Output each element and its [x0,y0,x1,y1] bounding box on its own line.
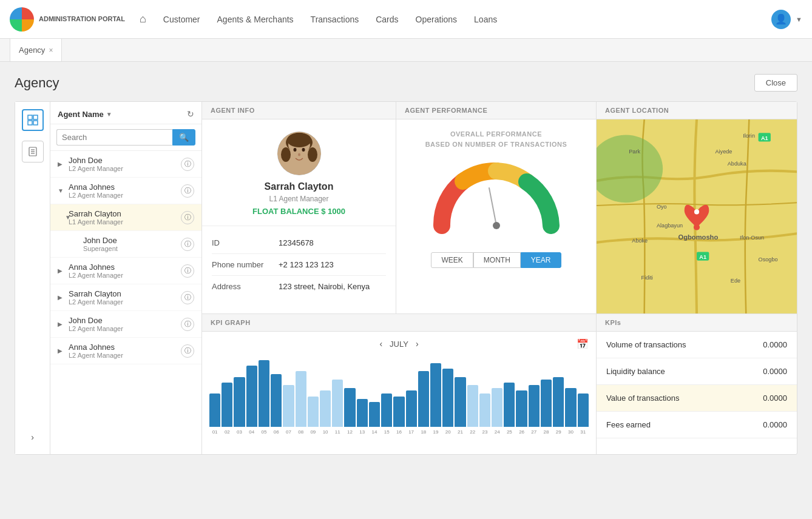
bar [234,377,245,427]
agent-detail-icon[interactable]: ⓘ [181,238,194,251]
bar-day-label: 07 [286,429,291,435]
bar-day-label: 06 [274,429,279,435]
next-month-arrow[interactable]: › [416,339,419,349]
bar-col: 12 [344,388,355,435]
agent-info-block: John Doe L2 Agent Manager [69,156,181,172]
home-icon[interactable]: ⌂ [140,13,146,25]
nav-operations[interactable]: Operations [416,15,457,24]
bar-col: 19 [430,363,441,435]
list-item[interactable]: ▶ Anna Johnes L2 Agent Manager ⓘ [50,338,201,364]
detail-value: 12345678 [279,238,386,247]
list-item[interactable]: ▼ Sarrah Clayton L1 Agent Manager ⓘ [50,204,201,231]
search-input[interactable] [56,129,172,146]
bar-col: 31 [578,393,589,435]
svg-point-18 [493,222,500,229]
agent-detail-icon[interactable]: ⓘ [181,291,194,304]
bar [418,371,429,427]
bar-col: 16 [393,397,404,435]
user-dropdown-arrow[interactable]: ▼ [796,16,802,23]
expand-icon: ▼ [58,187,66,194]
agent-detail-icon[interactable]: ⓘ [181,318,194,331]
bar-col: 04 [246,366,257,435]
list-item[interactable]: ▶ John Doe L2 Agent Manager ⓘ [50,151,201,178]
list-item[interactable]: ▶ John Doe L2 Agent Manager ⓘ [50,311,201,338]
bar-col: 03 [234,377,245,435]
kpi-graph-header: KPI GRAPH [202,314,596,332]
list-item[interactable]: ▶ Sarrah Clayton L2 Agent Manager ⓘ [50,284,201,311]
grid-view-icon[interactable] [22,109,44,131]
bar-day-label: 27 [531,429,536,435]
agency-tab[interactable]: Agency × [10,39,62,61]
prev-month-arrow[interactable]: ‹ [379,339,382,349]
list-item[interactable]: ▶ Anna Johnes L2 Agent Manager ⓘ [50,258,201,284]
kpi-name: Volume of transactions [606,340,686,349]
list-item[interactable]: John Doe Superagent ⓘ [50,231,201,258]
bar-chart: 0102030405060708091011121314151617181920… [209,356,589,447]
bar-day-label: 16 [396,429,402,435]
kpi-values-content: Volume of transactions 0.0000 Liquidity … [597,332,797,438]
agent-detail-icon[interactable]: ⓘ [181,211,194,224]
kpi-value: 0.0000 [763,367,787,376]
agent-name: Anna Johnes [69,343,181,352]
bar-day-label: 12 [347,429,353,435]
detail-row-id: ID 12345678 [212,232,386,254]
bar-day-label: 14 [372,429,377,435]
agent-info-section: AGENT INFO [202,102,396,313]
kpi-row-highlighted: Value of transactions 0.0000 [597,385,797,412]
bar [283,385,294,427]
list-item[interactable]: ▼ Anna Johnes L2 Agent Manager ⓘ [50,178,201,204]
kpi-graph-section: KPI GRAPH ‹ JULY › 📅 0102030405060708091… [202,314,597,454]
bar-day-label: 20 [445,429,451,435]
bar-col: 01 [209,393,220,435]
agent-loc-header: AGENT LOCATION [597,102,797,119]
bar-col: 17 [406,390,417,435]
agent-detail-icon[interactable]: ⓘ [181,344,194,358]
svg-point-16 [287,133,311,147]
refresh-icon[interactable]: ↻ [187,109,194,119]
nav-right: 👤 ▼ [771,10,802,29]
agent-detail-icon[interactable]: ⓘ [181,184,194,198]
agent-float-balance: FLOAT BALANCE $ 1000 [252,207,345,216]
bar [529,385,540,427]
bar-col: 05 [259,360,269,435]
svg-text:Ede: Ede [731,278,740,284]
agent-info-block: Sarrah Clayton L2 Agent Manager [69,289,181,306]
bar-day-label: 10 [323,429,328,435]
user-avatar[interactable]: 👤 [771,10,791,29]
bar-col: 13 [357,399,368,435]
bar-day-label: 19 [433,429,439,435]
svg-point-11 [293,148,296,152]
kpi-value: 0.0000 [763,340,787,349]
svg-point-13 [298,153,300,156]
bar [332,380,343,427]
bar-col: 21 [455,377,465,435]
agent-name: John Doe [83,236,181,245]
sort-arrow-icon[interactable]: ▼ [106,111,112,118]
tab-close-icon[interactable]: × [49,46,53,55]
nav-loans[interactable]: Loans [474,15,497,24]
nav-customer[interactable]: Customer [163,15,200,24]
bar-day-label: 25 [507,429,512,435]
nav-agents[interactable]: Agents & Merchants [217,15,294,24]
expand-icon: ▶ [58,321,66,327]
agent-list-panel: Agent Name ▼ ↻ 🔍 ▶ John Doe L2 Agent Man… [50,102,202,454]
list-view-icon[interactable] [22,141,44,162]
nav-transactions[interactable]: Transactions [311,15,359,24]
year-btn[interactable]: YEAR [521,252,561,268]
agent-detail-icon[interactable]: ⓘ [181,158,194,171]
calendar-icon[interactable]: 📅 [577,338,589,350]
svg-text:A1: A1 [761,135,768,141]
bar-day-label: 26 [519,429,524,435]
bar-day-label: 22 [470,429,475,435]
kpi-row: Liquidity balance 0.0000 [597,358,797,385]
search-button[interactable]: 🔍 [172,129,195,146]
sidebar-expand-arrow[interactable]: › [31,432,34,442]
month-btn[interactable]: MONTH [473,252,521,268]
bar-day-label: 13 [359,429,365,435]
week-btn[interactable]: WEEK [431,252,473,268]
agent-name: Anna Johnes [69,263,181,272]
agent-full-role: L1 Agent Manager [269,195,328,203]
close-button[interactable]: Close [754,74,797,92]
agent-detail-icon[interactable]: ⓘ [181,264,194,278]
nav-cards[interactable]: Cards [376,15,398,24]
